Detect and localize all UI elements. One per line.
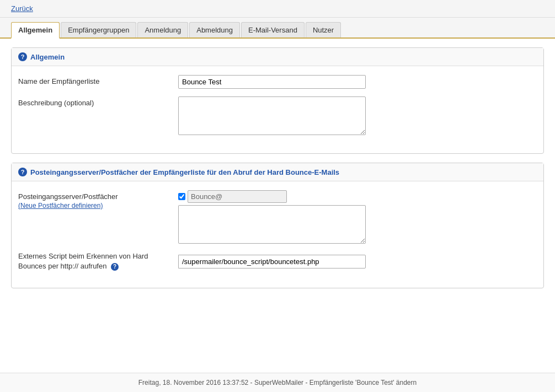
desc-textarea[interactable] bbox=[178, 96, 366, 135]
footer-text: Freitag, 18. November 2016 13:37:52 - Su… bbox=[138, 379, 417, 386]
tab-email-versand[interactable]: E-Mail-Versand bbox=[241, 22, 305, 37]
server-row: Posteingangsserver/Postfächer (Neue Post… bbox=[18, 190, 537, 244]
desc-input-wrapper bbox=[178, 96, 537, 137]
allgemein-help-icon: ? bbox=[18, 52, 27, 61]
bounce-checkbox[interactable] bbox=[178, 193, 185, 200]
allgemein-section: ? Allgemein Name der Empfängerliste Besc… bbox=[11, 47, 544, 154]
tabs-bar: Allgemein Empfängergruppen Anmeldung Abm… bbox=[0, 18, 555, 39]
name-input[interactable] bbox=[178, 75, 366, 89]
posteingang-section: ? Posteingangsserver/Postfächer der Empf… bbox=[11, 163, 544, 288]
server-label: Posteingangsserver/Postfächer (Neue Post… bbox=[18, 190, 178, 210]
name-input-wrapper bbox=[178, 75, 537, 89]
footer-bar: Freitag, 18. November 2016 13:37:52 - Su… bbox=[0, 373, 555, 392]
back-link[interactable]: Zurück bbox=[11, 4, 33, 13]
top-bar: Zurück bbox=[0, 0, 555, 18]
script-row: Externes Script beim Erkennen von Hard B… bbox=[18, 251, 537, 271]
script-label: Externes Script beim Erkennen von Hard B… bbox=[18, 251, 178, 271]
tab-allgemein[interactable]: Allgemein bbox=[11, 22, 60, 39]
tab-empfaengergruppen[interactable]: Empfängergruppen bbox=[61, 22, 136, 37]
name-label: Name der Empfängerliste bbox=[18, 75, 178, 85]
desc-row: Beschreibung (optional) bbox=[18, 96, 537, 137]
script-input[interactable] bbox=[178, 255, 366, 269]
posteingang-help-icon: ? bbox=[18, 168, 27, 176]
desc-label: Beschreibung (optional) bbox=[18, 96, 178, 107]
allgemein-body: Name der Empfängerliste Beschreibung (op… bbox=[12, 66, 543, 153]
posteingang-body: Posteingangsserver/Postfächer (Neue Post… bbox=[12, 181, 543, 288]
posteingang-header: ? Posteingangsserver/Postfächer der Empf… bbox=[12, 163, 543, 181]
content-area: ? Allgemein Name der Empfängerliste Besc… bbox=[0, 39, 555, 373]
bounce-input-area bbox=[178, 190, 537, 244]
allgemein-header: ? Allgemein bbox=[12, 48, 543, 66]
tab-nutzer[interactable]: Nutzer bbox=[306, 22, 341, 37]
tab-anmeldung[interactable]: Anmeldung bbox=[137, 22, 188, 37]
name-row: Name der Empfängerliste bbox=[18, 75, 537, 89]
new-postfach-link[interactable]: (Neue Postfächer definieren) bbox=[18, 202, 178, 210]
bounce-email-input[interactable] bbox=[188, 190, 287, 203]
bounce-extra-textarea[interactable] bbox=[178, 205, 366, 244]
posteingang-title: Posteingangsserver/Postfächer der Empfän… bbox=[30, 168, 339, 176]
script-input-wrapper bbox=[178, 255, 366, 269]
tab-abmeldung[interactable]: Abmeldung bbox=[189, 22, 240, 37]
script-help-icon: ? bbox=[111, 263, 119, 271]
allgemein-title: Allgemein bbox=[30, 53, 65, 61]
bounce-row bbox=[178, 190, 355, 203]
